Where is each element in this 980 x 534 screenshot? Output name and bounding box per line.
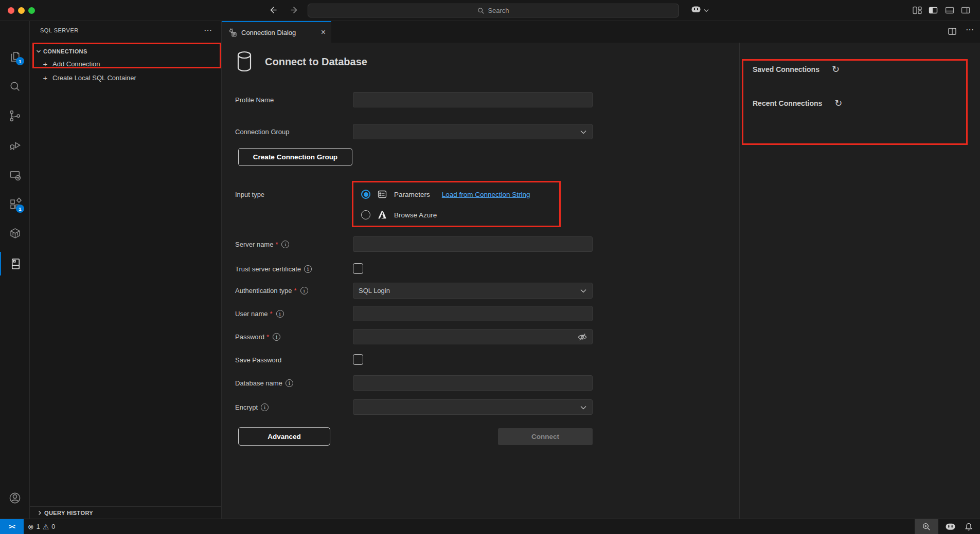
add-connection-item[interactable]: + Add Connection bbox=[30, 57, 221, 71]
connection-group-dropdown[interactable] bbox=[353, 124, 593, 139]
toggle-panel-icon[interactable] bbox=[945, 5, 955, 15]
problems-indicator[interactable]: ⊗ 1 ⚠ 0 bbox=[28, 519, 55, 534]
authentication-type-value: SQL Login bbox=[359, 287, 390, 294]
azure-icon bbox=[377, 210, 387, 220]
parameters-radio[interactable] bbox=[361, 190, 370, 199]
forward-icon[interactable] bbox=[289, 5, 299, 15]
back-icon[interactable] bbox=[269, 5, 278, 15]
encrypt-dropdown[interactable] bbox=[353, 399, 593, 415]
copilot-status-icon[interactable] bbox=[941, 519, 959, 534]
plus-icon: + bbox=[42, 73, 48, 82]
saved-connections-title: Saved Connections bbox=[753, 65, 819, 73]
required-marker: * bbox=[275, 241, 278, 248]
toggle-primary-sidebar-icon[interactable] bbox=[928, 5, 938, 15]
database-name-label: Database namei bbox=[235, 375, 293, 391]
extensions-icon[interactable]: 1 bbox=[0, 192, 30, 216]
info-icon[interactable]: i bbox=[300, 287, 308, 294]
error-icon: ⊗ bbox=[28, 523, 34, 531]
zoom-window-button[interactable] bbox=[28, 7, 35, 14]
parameters-form-icon bbox=[377, 189, 387, 199]
primary-sidebar: SQL SERVER ⋯ CONNECTIONS + Add Connectio… bbox=[30, 21, 222, 519]
copilot-icon[interactable] bbox=[691, 6, 701, 13]
remote-explorer-icon[interactable] bbox=[0, 163, 30, 187]
toggle-secondary-sidebar-icon[interactable] bbox=[960, 5, 971, 15]
database-name-input[interactable] bbox=[353, 375, 593, 391]
required-marker: * bbox=[266, 333, 269, 341]
authentication-type-dropdown[interactable]: SQL Login bbox=[353, 283, 593, 299]
containers-icon[interactable] bbox=[0, 222, 30, 245]
browse-azure-radio[interactable] bbox=[361, 210, 370, 219]
required-marker: * bbox=[270, 310, 273, 318]
sql-server-icon[interactable] bbox=[0, 252, 30, 275]
info-icon[interactable]: i bbox=[276, 310, 284, 318]
advanced-button[interactable]: Advanced bbox=[238, 427, 330, 446]
chevron-down-icon bbox=[580, 130, 586, 134]
password-label: Password*i bbox=[235, 329, 280, 344]
close-window-button[interactable] bbox=[8, 7, 14, 14]
tab-bar: Connection Dialog × ⋯ bbox=[222, 21, 980, 43]
search-placeholder: Search bbox=[488, 7, 509, 14]
copilot-chevron-down-icon[interactable] bbox=[704, 9, 709, 12]
create-connection-group-button[interactable]: Create Connection Group bbox=[238, 148, 352, 166]
server-name-input[interactable] bbox=[353, 236, 593, 252]
browse-azure-radio-label[interactable]: Browse Azure bbox=[394, 211, 437, 219]
saved-connections-row: Saved Connections ↻ bbox=[753, 65, 840, 74]
info-icon[interactable]: i bbox=[286, 379, 293, 387]
tab-connection-dialog[interactable]: Connection Dialog × bbox=[222, 21, 331, 43]
search-view-icon[interactable] bbox=[0, 75, 30, 98]
sidebar-more-actions-icon[interactable]: ⋯ bbox=[204, 28, 212, 33]
remote-indicator[interactable]: >< bbox=[0, 519, 24, 534]
status-bar: >< ⊗ 1 ⚠ 0 bbox=[0, 519, 980, 534]
save-password-label: Save Password bbox=[235, 353, 281, 366]
dialog-header: Connect to Database bbox=[235, 50, 367, 73]
sidebar-header: SQL SERVER ⋯ bbox=[30, 21, 221, 40]
trust-server-certificate-label: Trust server certificatei bbox=[235, 262, 312, 276]
encrypt-label: Encrypti bbox=[235, 399, 269, 415]
source-control-icon[interactable] bbox=[0, 104, 30, 127]
chevron-down-icon bbox=[580, 289, 586, 293]
tree-item-label: Create Local SQL Container bbox=[52, 74, 136, 82]
refresh-icon[interactable]: ↻ bbox=[832, 65, 840, 74]
profile-name-label: Profile Name bbox=[235, 92, 274, 107]
editor-more-actions-icon[interactable]: ⋯ bbox=[966, 27, 974, 32]
trust-server-certificate-checkbox[interactable] bbox=[353, 263, 363, 274]
run-debug-icon[interactable] bbox=[0, 133, 30, 157]
activity-bar: 1 1 bbox=[0, 21, 30, 519]
input-type-label: Input type bbox=[235, 185, 264, 204]
user-name-input[interactable] bbox=[353, 306, 593, 321]
info-icon[interactable]: i bbox=[273, 333, 280, 341]
zoom-status-icon[interactable] bbox=[915, 519, 938, 534]
accounts-icon[interactable] bbox=[0, 486, 30, 510]
parameters-radio-label[interactable]: Parameters bbox=[394, 191, 430, 198]
create-local-sql-container-item[interactable]: + Create Local SQL Container bbox=[30, 71, 221, 85]
error-count: 1 bbox=[37, 523, 40, 530]
password-input[interactable] bbox=[353, 329, 593, 344]
dialog-title: Connect to Database bbox=[265, 56, 367, 68]
refresh-icon[interactable]: ↻ bbox=[834, 99, 842, 108]
split-editor-icon[interactable] bbox=[947, 26, 957, 36]
info-icon[interactable]: i bbox=[261, 403, 269, 411]
sidebar-title: SQL SERVER bbox=[40, 27, 204, 33]
connections-browser-pane: Saved Connections ↻ Recent Connections ↻ bbox=[739, 43, 980, 519]
tab-close-icon[interactable]: × bbox=[321, 28, 326, 37]
customize-layout-icon[interactable] bbox=[912, 5, 922, 15]
search-input[interactable]: Search bbox=[308, 4, 679, 17]
info-icon[interactable]: i bbox=[304, 265, 312, 273]
load-from-connection-string-link[interactable]: Load from Connection String bbox=[442, 191, 530, 198]
minimize-window-button[interactable] bbox=[18, 7, 25, 14]
warning-icon: ⚠ bbox=[43, 523, 49, 531]
notifications-bell-icon[interactable] bbox=[960, 519, 977, 534]
save-password-checkbox[interactable] bbox=[353, 354, 363, 365]
connect-button[interactable]: Connect bbox=[498, 428, 593, 445]
eye-off-icon[interactable] bbox=[577, 332, 587, 342]
database-icon bbox=[235, 50, 254, 73]
profile-name-input[interactable] bbox=[353, 92, 593, 107]
explorer-icon[interactable]: 1 bbox=[0, 45, 30, 68]
extensions-badge: 1 bbox=[16, 205, 24, 213]
server-name-label: Server name*i bbox=[235, 236, 289, 252]
connections-section-header[interactable]: CONNECTIONS bbox=[30, 46, 221, 57]
query-history-section-header[interactable]: QUERY HISTORY bbox=[30, 506, 221, 519]
info-icon[interactable]: i bbox=[281, 241, 289, 248]
tab-label: Connection Dialog bbox=[241, 29, 317, 36]
chevron-down-icon bbox=[580, 406, 586, 410]
